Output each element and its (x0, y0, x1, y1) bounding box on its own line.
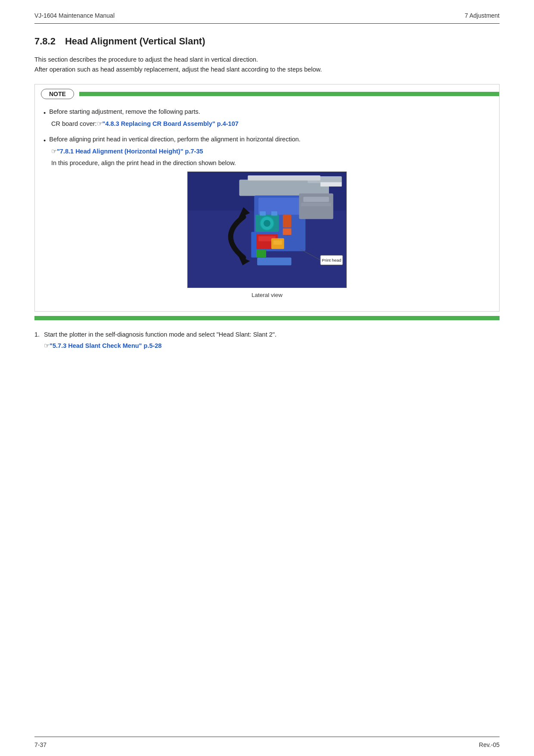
section-number: 7.8.2 (34, 36, 56, 47)
bullet-dot-2: • (43, 135, 46, 146)
diagram-svg: Print head (188, 172, 346, 287)
step-item-1: 1. Start the plotter in the self-diagnos… (34, 330, 500, 351)
page-container: VJ-1604 Maintenance Manual 7 Adjustment … (0, 0, 534, 756)
page-footer: 7-37 Rev.-05 (34, 737, 500, 756)
note-link-line-2: ☞"7.8.1 Head Alignment (Horizontal Heigh… (43, 147, 491, 156)
svg-text:Print head: Print head (322, 258, 341, 262)
diagram-image: Print head (187, 172, 347, 288)
diagram-caption: Lateral view (251, 291, 283, 300)
svg-rect-18 (255, 250, 266, 258)
note-icon-1: ☞ (97, 120, 102, 127)
header-left: VJ-1604 Maintenance Manual (34, 12, 115, 19)
intro-line1: This section describes the procedure to … (34, 55, 500, 65)
svg-rect-20 (260, 211, 266, 216)
svg-rect-4 (248, 175, 320, 181)
svg-rect-22 (283, 215, 292, 228)
note-body: • Before starting adjustment, remove the… (35, 103, 499, 311)
note-link-line-1: CR board cover:☞"4.8.3 Replacing CR Boar… (43, 119, 491, 129)
page-header: VJ-1604 Maintenance Manual 7 Adjustment (34, 0, 500, 24)
steps-section: 1. Start the plotter in the self-diagnos… (34, 330, 500, 351)
svg-rect-24 (257, 257, 291, 265)
note-item-2: • Before aligning print head in vertical… (43, 134, 491, 300)
intro-text: This section describes the procedure to … (34, 55, 500, 75)
note-bullet-1: • Before starting adjustment, remove the… (43, 107, 491, 118)
note-header-row: NOTE (35, 84, 499, 103)
section-title: Head Alignment (Vertical Slant) (65, 36, 205, 47)
svg-rect-21 (271, 211, 277, 216)
note-bullet-text-2: Before aligning print head in vertical d… (49, 134, 301, 144)
svg-rect-23 (283, 228, 292, 235)
svg-rect-19 (251, 232, 256, 258)
note-icon-2: ☞ (51, 148, 57, 155)
bottom-green-bar (34, 316, 500, 320)
step-link-1[interactable]: "5.7.3 Head Slant Check Menu" p.5-28 (50, 342, 161, 349)
step-icon-1: ☞ (44, 342, 50, 349)
note-link-1[interactable]: "4.8.3 Replacing CR Board Assembly" p.4-… (102, 120, 239, 127)
step-num-1: 1. (34, 330, 40, 351)
note-box: NOTE • Before starting adjustment, remov… (34, 84, 500, 311)
note-green-bar (79, 92, 499, 96)
intro-line2: After operation such as head assembly re… (34, 65, 500, 75)
section-heading: 7.8.2 Head Alignment (Vertical Slant) (34, 36, 500, 47)
header-right: 7 Adjustment (465, 12, 500, 19)
svg-rect-9 (303, 197, 329, 202)
step-link-line-1: ☞"5.7.3 Head Slant Check Menu" p.5-28 (44, 341, 276, 351)
svg-rect-10 (301, 203, 331, 206)
cr-board-prefix: CR board cover: (51, 120, 97, 127)
footer-rev: Rev.-05 (479, 741, 500, 748)
note-label: NOTE (41, 89, 74, 99)
step-content-1: Start the plotter in the self-diagnosis … (44, 330, 276, 351)
svg-rect-17 (273, 241, 282, 245)
main-content: 7.8.2 Head Alignment (Vertical Slant) Th… (34, 24, 500, 737)
note-bullet-text-1: Before starting adjustment, remove the f… (49, 107, 200, 117)
note-bullet-2: • Before aligning print head in vertical… (43, 134, 491, 146)
svg-point-13 (264, 220, 270, 227)
note-sub-text-2: In this procedure, align the print head … (43, 158, 491, 168)
note-item-1: • Before starting adjustment, remove the… (43, 107, 491, 129)
note-link-2[interactable]: "7.8.1 Head Alignment (Horizontal Height… (57, 148, 203, 155)
bullet-dot-1: • (43, 108, 46, 118)
svg-rect-5 (320, 182, 342, 187)
diagram-area: Print head Lateral view (43, 172, 491, 300)
step-text-1: Start the plotter in the self-diagnosis … (44, 330, 276, 340)
footer-page: 7-37 (34, 741, 47, 748)
